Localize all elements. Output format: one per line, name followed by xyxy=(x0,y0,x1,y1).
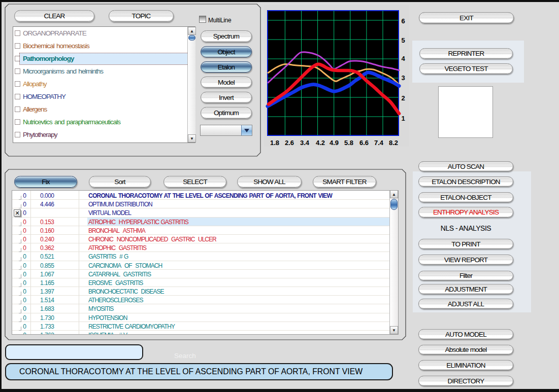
svg-text:1.8: 1.8 xyxy=(270,139,279,147)
svg-text:3.4: 3.4 xyxy=(300,139,310,147)
svg-text:3: 3 xyxy=(401,74,405,82)
svg-text:2: 2 xyxy=(401,94,405,102)
svg-text:6.6: 6.6 xyxy=(359,139,369,147)
svg-text:7.4: 7.4 xyxy=(374,139,384,147)
svg-text:8.2: 8.2 xyxy=(389,139,398,147)
svg-text:4.2: 4.2 xyxy=(316,139,325,147)
svg-text:1: 1 xyxy=(401,115,405,122)
svg-text:5.8: 5.8 xyxy=(344,139,353,147)
svg-text:6: 6 xyxy=(401,17,405,25)
svg-text:4: 4 xyxy=(401,55,405,62)
svg-text:4.9: 4.9 xyxy=(330,139,339,147)
svg-text:2.6: 2.6 xyxy=(285,139,294,147)
svg-text:5: 5 xyxy=(401,37,405,44)
